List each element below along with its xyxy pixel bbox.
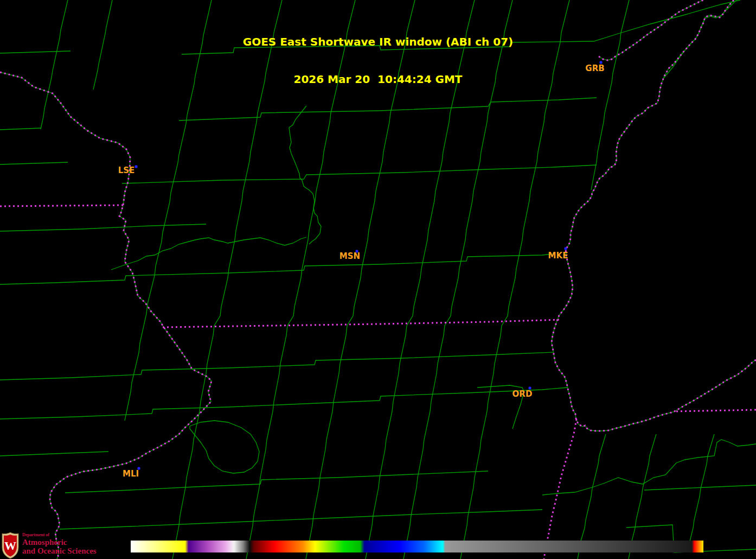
mi-in-border — [676, 410, 756, 411]
county-boundary-line — [111, 237, 306, 270]
county-boundary-line — [591, 0, 629, 190]
lake-michigan-shore-shoreline — [552, 0, 756, 431]
county-boundary-line — [460, 0, 569, 559]
city-label-MSN: MSN — [339, 251, 360, 261]
county-boundary-line — [644, 485, 756, 490]
uw-crest-icon: W — [2, 532, 19, 559]
city-label-MKE: MKE — [548, 251, 568, 261]
county-boundary-line — [0, 352, 553, 380]
city-label-LSE: LSE — [118, 166, 135, 175]
uw-aos-logo: W Department of Atmospheric and Oceanic … — [2, 531, 132, 559]
green-bay-west-shore-shoreline — [599, 0, 703, 60]
green-bay-west-shore — [599, 0, 703, 60]
temperature-colorbar — [131, 541, 703, 552]
logo-text: Department of Atmospheric and Oceanic Sc… — [22, 533, 97, 555]
logo-line-2: Atmospheric — [22, 538, 97, 547]
county-boundary-line — [0, 224, 206, 231]
svg-text:W: W — [4, 539, 16, 552]
county-boundary-line — [0, 128, 41, 130]
county-boundary-line — [93, 0, 112, 90]
county-boundary-line — [0, 162, 68, 164]
county-boundary-line — [60, 510, 542, 529]
county-boundary-line — [0, 452, 108, 456]
county-boundary-line — [0, 388, 567, 419]
state-borders-layer — [0, 0, 756, 559]
mississippi-river-border-shoreline — [0, 72, 212, 559]
county-boundary-line — [289, 106, 321, 244]
county-boundary-line — [663, 0, 736, 79]
county-boundary-line — [0, 51, 71, 53]
lake-michigan-shore — [552, 0, 756, 431]
logo-dept-line: Department of — [22, 533, 97, 537]
county-boundary-line — [689, 434, 714, 545]
county-boundary-line — [246, 0, 355, 559]
county-boundary-line — [182, 0, 740, 54]
city-dot-LSE — [135, 166, 138, 168]
il-in-border — [544, 419, 576, 559]
satellite-image-screen: GOES East Shortwave IR window (ABI ch 07… — [0, 0, 756, 559]
county-boundary-line — [0, 254, 552, 284]
county-boundary-line — [179, 98, 597, 120]
mississippi-river-border — [0, 72, 212, 559]
county-boundary-line — [190, 421, 259, 473]
city-label-GRB: GRB — [585, 63, 604, 73]
map-svg — [0, 0, 756, 559]
city-dot-MKE — [565, 247, 567, 250]
city-label-MLI: MLI — [123, 469, 139, 479]
county-boundary-line — [122, 165, 597, 183]
county-boundary-line — [172, 0, 282, 559]
logo-line-3: and Oceanic Sciences — [22, 547, 97, 555]
county-boundary-line — [41, 0, 68, 129]
mn-ia-border — [0, 205, 123, 206]
county-boundary-line — [125, 0, 212, 421]
city-label-ORD: ORD — [512, 389, 533, 399]
county-borders-layer — [0, 0, 756, 559]
